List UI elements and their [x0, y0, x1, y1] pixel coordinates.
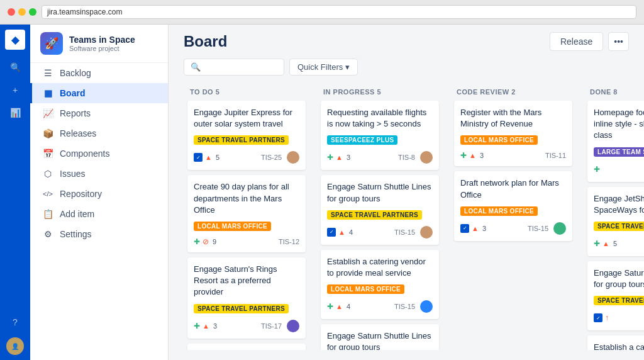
- page-title: Board: [184, 33, 227, 50]
- card-count: 9: [213, 238, 216, 245]
- card-footer: ✓ ↑ TIS-15: [594, 312, 644, 324]
- priority-icon: ▲: [602, 240, 609, 247]
- card-tis-17[interactable]: Engage Saturn's Rings Resort as a prefer…: [187, 257, 306, 339]
- project-type: Software project: [69, 45, 135, 52]
- sidebar-label-releases: Releases: [60, 128, 96, 138]
- column-todo: TO DO 5 Engage Jupiter Express for outer…: [184, 83, 309, 350]
- filter-bar: 🔍 Quick Filters ▾: [169, 56, 644, 83]
- search-icon[interactable]: 🔍: [5, 57, 25, 77]
- add-icon: ✚: [194, 322, 200, 330]
- check-icon: ✓: [194, 153, 203, 162]
- priority-icon: ▲: [469, 152, 476, 159]
- card-title: Establish a catering vendor to provide m…: [327, 256, 433, 279]
- card-footer: ✚ ▲ 4 TIS-15: [327, 300, 433, 313]
- card-footer: ✚ TIS-68: [594, 163, 644, 176]
- traffic-lights: [8, 8, 36, 16]
- card-footer: ✓ ▲ 3 TIS-15: [460, 222, 566, 235]
- help-icon[interactable]: ?: [5, 312, 25, 332]
- settings-icon: ⚙: [42, 229, 53, 239]
- card-tis-speedy[interactable]: Enable Speedy SpaceCraft as the preferre…: [187, 344, 306, 351]
- add-icon: ✚: [327, 302, 333, 311]
- sidebar-item-settings[interactable]: ⚙ Settings: [30, 224, 168, 244]
- maximize-button[interactable]: [29, 8, 36, 16]
- card-avatar: [420, 300, 433, 313]
- add-icon: ✚: [327, 153, 333, 162]
- quick-filters-button[interactable]: Quick Filters ▾: [289, 59, 358, 76]
- sidebar-item-components[interactable]: 📅 Components: [30, 143, 168, 164]
- search-icon: 🔍: [191, 62, 201, 72]
- card-tis-15a[interactable]: Engage Saturn Shuttle Lines for group to…: [321, 175, 439, 244]
- arrow-up-icon: ↑: [605, 313, 609, 322]
- priority-icon: ▲: [472, 225, 479, 232]
- card-count: 4: [347, 303, 350, 310]
- card-tis-15c[interactable]: Engage Saturn Shuttle Lines for group to…: [321, 324, 439, 350]
- check-icon: ✓: [327, 228, 336, 237]
- app-logo[interactable]: ◆: [5, 30, 25, 50]
- card-tis-12[interactable]: Create 90 day plans for all departments …: [187, 175, 306, 252]
- release-button[interactable]: Release: [550, 32, 603, 51]
- card-label: SPACE TRAVEL PARTNERS: [194, 304, 289, 313]
- more-button[interactable]: •••: [608, 32, 629, 51]
- card-tis-8[interactable]: Requesting available flights is now taki…: [321, 101, 439, 170]
- sidebar-item-issues[interactable]: ⬡ Issues: [30, 164, 168, 184]
- card-id: TIS-25: [261, 154, 282, 161]
- card-footer: ✚ ▲ 5 TIS-23: [594, 237, 644, 250]
- column-codereview: CODE REVIEW 2 Register with the Mars Min…: [450, 83, 576, 350]
- quick-filters-label: Quick Filters: [297, 62, 343, 72]
- top-bar: Board Release •••: [169, 25, 644, 56]
- card-title: Register with the Mars Ministry of Reven…: [460, 107, 566, 130]
- user-avatar[interactable]: 👤: [6, 337, 24, 355]
- card-count: 3: [213, 322, 217, 330]
- close-button[interactable]: [8, 8, 15, 16]
- card-label: SPACE TRAVEL PARTNERS: [327, 210, 422, 220]
- card-footer: ✚ ▲ 3 TIS-8: [327, 151, 433, 164]
- sidebar-item-reports[interactable]: 📈 Reports: [30, 103, 168, 123]
- card-title: Enable Speedy SpaceCraft as the preferre…: [194, 350, 299, 351]
- repository-icon: </>: [42, 190, 53, 198]
- card-tis-68[interactable]: Homepage footer uses an inline style - s…: [587, 101, 644, 182]
- sidebar-label-backlog: Backlog: [60, 68, 91, 78]
- card-catering-done[interactable]: Establish a catering vendor to provide m…: [587, 335, 644, 350]
- sidebar-label-settings: Settings: [60, 229, 92, 239]
- sidebar-label-repository: Repository: [60, 189, 102, 199]
- column-inprogress: IN PROGRESS 5 Requesting available fligh…: [317, 83, 443, 350]
- card-label: LARGE TEAM SUPPORT: [594, 147, 644, 157]
- sidebar-item-releases[interactable]: 📦 Releases: [30, 123, 168, 143]
- card-tis-15-cr[interactable]: Draft network plan for Mars Office LOCAL…: [454, 171, 572, 240]
- priority-icon: ▲: [336, 154, 343, 161]
- add-icon: ✚: [194, 237, 200, 246]
- sidebar-item-board[interactable]: ▦ Board: [30, 83, 168, 103]
- search-box[interactable]: 🔍: [184, 59, 284, 76]
- card-footer: ✓ ▲ 5 TIS-25: [194, 151, 299, 164]
- create-icon[interactable]: +: [5, 80, 25, 100]
- minimize-button[interactable]: [18, 8, 26, 16]
- card-title: Homepage footer uses an inline style - s…: [594, 107, 644, 142]
- analytics-icon[interactable]: 📊: [5, 103, 25, 123]
- sidebar-label-components: Components: [60, 149, 109, 159]
- sidebar-item-add-item[interactable]: 📋 Add item: [30, 204, 168, 224]
- card-id: TIS-11: [545, 152, 566, 159]
- card-count: 3: [347, 154, 350, 161]
- card-tis-25[interactable]: Engage Jupiter Express for outer solar s…: [187, 101, 306, 170]
- card-title: Requesting available flights is now taki…: [327, 107, 433, 130]
- card-tis-23[interactable]: Engage JetShuttle SpaceWays for travel S…: [587, 187, 644, 256]
- card-id: TIS-15: [394, 303, 415, 310]
- card-count: 4: [349, 228, 353, 236]
- sidebar-item-backlog[interactable]: ☰ Backlog: [30, 63, 168, 83]
- card-id: TIS-8: [398, 154, 415, 161]
- card-tis-11[interactable]: Register with the Mars Ministry of Reven…: [454, 101, 572, 166]
- column-header-todo: TO DO 5: [184, 83, 309, 101]
- card-id: TIS-17: [261, 322, 282, 330]
- priority-icon: ▲: [203, 322, 209, 330]
- card-tis-15b[interactable]: Establish a catering vendor to provide m…: [321, 250, 439, 319]
- components-icon: 📅: [42, 149, 53, 159]
- card-title: Engage Saturn Shuttle Lines for group to…: [327, 181, 433, 204]
- logo-icon: ◆: [11, 34, 19, 46]
- card-avatar: [287, 320, 299, 332]
- url-bar[interactable]: jira.teamsinspace.com: [42, 5, 636, 19]
- sidebar-item-repository[interactable]: </> Repository: [30, 184, 168, 204]
- card-title: Establish a catering vendor to provide m…: [594, 342, 644, 350]
- card-count: 5: [613, 240, 617, 247]
- column-header-inprogress: IN PROGRESS 5: [317, 83, 443, 101]
- card-tis-15-done[interactable]: Engage Saturn Shuttle Lines for group to…: [587, 261, 644, 330]
